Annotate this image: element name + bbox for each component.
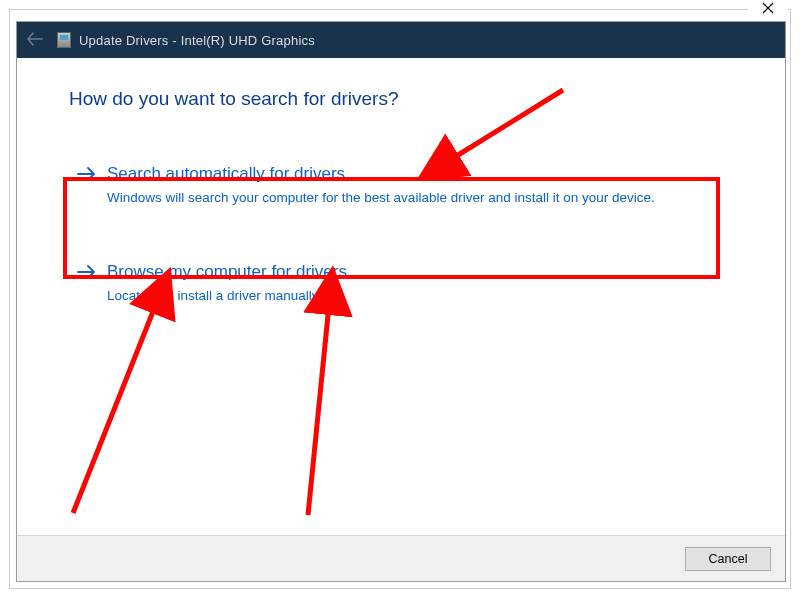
button-bar: Cancel (17, 535, 785, 581)
option-description: Windows will search your computer for th… (107, 189, 729, 208)
page-heading: How do you want to search for drivers? (69, 88, 737, 110)
window-title: Update Drivers - Intel(R) UHD Graphics (79, 33, 315, 48)
back-arrow-icon[interactable] (27, 32, 43, 49)
option-text: Search automatically for drivers Windows… (107, 164, 729, 208)
update-drivers-dialog: Update Drivers - Intel(R) UHD Graphics H… (16, 21, 786, 582)
arrow-right-icon (77, 264, 95, 285)
option-browse-computer[interactable]: Browse my computer for drivers Locate an… (75, 256, 737, 312)
option-text: Browse my computer for drivers Locate an… (107, 262, 729, 306)
outer-frame: Update Drivers - Intel(R) UHD Graphics H… (9, 9, 791, 589)
dialog-content: How do you want to search for drivers? S… (17, 58, 785, 535)
option-search-automatically[interactable]: Search automatically for drivers Windows… (75, 158, 737, 214)
option-description: Locate and install a driver manually. (107, 287, 729, 306)
titlebar: Update Drivers - Intel(R) UHD Graphics (17, 22, 785, 58)
arrow-right-icon (77, 166, 95, 187)
option-title: Browse my computer for drivers (107, 262, 729, 282)
cancel-button[interactable]: Cancel (685, 547, 771, 571)
close-button[interactable] (748, 0, 788, 20)
option-title: Search automatically for drivers (107, 164, 729, 184)
device-icon (57, 32, 71, 48)
